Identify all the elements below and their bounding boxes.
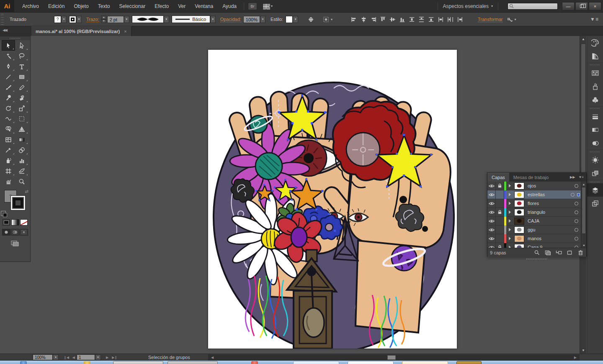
tab-capas[interactable]: Capas (487, 173, 509, 182)
layer-name[interactable]: ojos (526, 183, 575, 188)
stroke-dropdown-button[interactable]: ▾ (76, 16, 82, 23)
layer-expand-arrow[interactable] (506, 202, 513, 205)
new-layer-icon[interactable] (567, 250, 573, 255)
layer-row-capa-9[interactable]: Capa 9 (487, 243, 586, 248)
free-transform-tool[interactable] (15, 113, 28, 124)
layer-thumbnail[interactable] (514, 191, 524, 198)
previous-artboard-icon[interactable]: ◀ (71, 356, 77, 359)
document-tab[interactable]: manos.ai* al 100% (RGB/Previsualizar) × (31, 26, 131, 36)
artboards-panel-icon[interactable] (587, 197, 603, 210)
layer-lock-toggle[interactable] (496, 199, 504, 208)
pen-tool[interactable] (2, 61, 15, 72)
taskbar-window-button[interactable] (456, 361, 482, 364)
close-tab-icon[interactable]: × (124, 29, 126, 34)
stroke-panel-link[interactable]: Trazo: (86, 17, 99, 22)
horizontal-scrollbar[interactable]: ◀ ▶ (208, 354, 580, 361)
layer-target-circle[interactable] (575, 237, 578, 241)
arrange-documents-button[interactable]: ▾ (263, 3, 273, 9)
brushes-panel-icon[interactable] (587, 79, 603, 93)
eyedropper-tool[interactable] (2, 145, 15, 155)
opacity-link[interactable]: Opacidad: (220, 17, 241, 22)
vertical-scroll-thumb[interactable] (581, 44, 586, 182)
layer-visibility-toggle[interactable] (487, 217, 496, 226)
perspective-grid-tool[interactable] (15, 124, 28, 134)
stepper-down-icon[interactable]: ▼ (101, 19, 106, 23)
delete-layer-icon[interactable] (577, 250, 584, 255)
control-panel-options-icon[interactable]: ▼≡ (590, 16, 599, 22)
scroll-down-icon[interactable]: ▼ (581, 243, 586, 248)
layer-row-caja[interactable]: CAJA (487, 217, 586, 226)
layer-row-manos[interactable]: manos (487, 234, 586, 243)
layer-target-circle[interactable] (575, 210, 578, 214)
layer-lock-toggle[interactable] (496, 208, 504, 217)
layers-scrollbar[interactable]: ▲ ▼ (581, 182, 586, 248)
distribute-v-center-button[interactable] (417, 15, 425, 23)
appearance-panel-icon[interactable] (587, 153, 603, 167)
distribute-h-center-button[interactable] (446, 15, 454, 23)
scroll-left-icon[interactable]: ◀ (209, 356, 215, 359)
menu-objeto[interactable]: Objeto (69, 0, 93, 13)
layer-expand-arrow[interactable] (506, 237, 513, 240)
layer-thumbnail[interactable] (514, 235, 524, 242)
line-segment-tool[interactable] (2, 72, 15, 82)
artboard-number-input[interactable]: 1 (77, 354, 95, 360)
layers-panel-icon[interactable] (587, 183, 603, 197)
taskbar-window-button[interactable] (168, 361, 218, 364)
search-box[interactable] (508, 3, 558, 10)
distribute-left-button[interactable] (437, 15, 445, 23)
pencil-tool[interactable] (15, 82, 28, 92)
layer-visibility-toggle[interactable] (487, 199, 496, 208)
layer-name[interactable]: manos (526, 236, 575, 241)
artboard-tool[interactable] (2, 166, 15, 176)
next-artboard-icon[interactable]: ▶ (104, 356, 110, 359)
last-artboard-icon[interactable]: ▶❙ (110, 356, 119, 359)
gradient-tool[interactable] (15, 134, 28, 145)
scroll-up-icon[interactable]: ▲ (581, 182, 586, 187)
close-button[interactable]: × (589, 2, 601, 10)
graphic-styles-panel-icon[interactable] (587, 167, 603, 180)
bridge-button[interactable]: Br (248, 3, 257, 10)
layer-row-estrellas[interactable]: estrellas (487, 190, 586, 199)
layer-expand-arrow[interactable] (506, 228, 513, 231)
layer-thumbnail[interactable] (514, 182, 524, 190)
stroke-width-stepper[interactable]: ▲▼ (101, 15, 106, 23)
layer-visibility-toggle[interactable] (487, 182, 496, 190)
layer-expand-arrow[interactable] (506, 193, 513, 196)
rectangle-tool[interactable] (15, 72, 28, 82)
shape-builder-tool[interactable] (2, 124, 15, 134)
select-similar-button[interactable] (322, 15, 330, 23)
artboard[interactable] (208, 50, 457, 349)
layer-target-circle[interactable] (571, 193, 575, 197)
align-right-button[interactable] (369, 15, 377, 23)
layer-visibility-toggle[interactable] (487, 190, 496, 199)
zoom-tool[interactable] (15, 176, 28, 187)
first-artboard-icon[interactable]: ❙◀ (62, 356, 71, 359)
lasso-tool[interactable] (15, 51, 28, 61)
draw-normal-button[interactable] (2, 229, 10, 236)
layer-expand-arrow[interactable] (506, 246, 513, 248)
graphic-style-swatch[interactable] (286, 16, 293, 23)
swatches-panel-icon[interactable] (587, 66, 603, 79)
layer-visibility-toggle[interactable] (487, 243, 496, 248)
fill-color-swatch[interactable]: ? (54, 16, 61, 23)
artwork-canvas[interactable] (208, 50, 457, 349)
layer-name[interactable]: CAJA (526, 218, 575, 223)
layer-lock-toggle[interactable] (496, 182, 504, 190)
none-button[interactable] (20, 219, 28, 226)
variable-width-profile[interactable]: Básico (172, 15, 210, 23)
taskbar-app-icon[interactable] (84, 361, 90, 364)
layer-thumbnail[interactable] (514, 200, 524, 207)
layer-name[interactable]: triangulo (526, 210, 575, 215)
workspace-switcher[interactable]: Aspectos esenciales ▾ (435, 3, 501, 10)
locate-object-icon[interactable] (534, 250, 540, 255)
layer-target-circle[interactable] (575, 246, 578, 248)
layer-name[interactable]: Capa 9 (526, 245, 575, 248)
layer-name[interactable]: estrellas (526, 192, 571, 197)
layer-thumbnail[interactable] (514, 244, 524, 248)
transform-link[interactable]: Transformar (478, 17, 503, 22)
panel-menu-icon[interactable]: ▼≡ (578, 175, 584, 179)
windows-taskbar[interactable] (0, 361, 603, 364)
align-top-button[interactable] (379, 15, 387, 23)
menu-seleccionar[interactable]: Seleccionar (114, 0, 150, 13)
symbol-sprayer-tool[interactable] (2, 155, 15, 166)
